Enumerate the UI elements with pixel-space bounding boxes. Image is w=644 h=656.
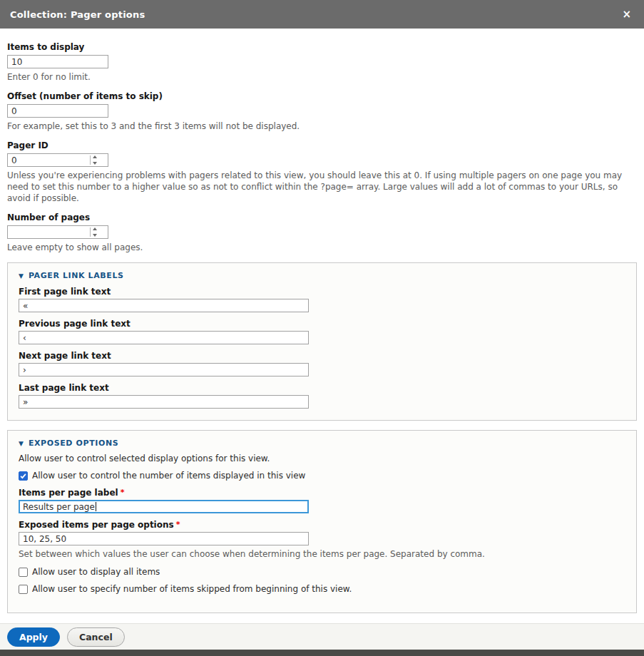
next-page-link-text-label: Next page link text <box>19 351 625 361</box>
form-item-number-of-pages: Number of pages Leave empty to show all … <box>7 212 637 253</box>
dialog-content: Items to display Enter 0 for no limit. O… <box>0 29 644 656</box>
form-item-items-to-display: Items to display Enter 0 for no limit. <box>7 42 637 83</box>
required-marker: * <box>176 520 180 529</box>
items-to-display-label: Items to display <box>7 42 637 52</box>
number-spinner-icon[interactable] <box>90 227 97 237</box>
form-item-pager-id: Pager ID Unless you're experiencing prob… <box>7 140 637 204</box>
input-value-text: Results per page <box>23 502 95 512</box>
form-item-offset: Offset (number of items to skip) For exa… <box>7 91 637 132</box>
apply-button[interactable]: Apply <box>7 627 60 647</box>
checkbox-row-control-items[interactable]: Allow user to control the number of item… <box>19 471 625 481</box>
items-per-page-label-label: Items per page label <box>19 488 118 498</box>
page-bottom-bar <box>0 650 644 656</box>
items-per-page-label-input[interactable]: Results per page <box>19 500 309 513</box>
exposed-items-per-page-options-label: Exposed items per page options <box>19 520 174 530</box>
fieldset-pager-link-labels-legend[interactable]: ▼ PAGER LINK LABELS <box>19 271 625 280</box>
items-to-display-input[interactable] <box>7 55 108 68</box>
exposed-options-intro: Allow user to control selected display o… <box>19 453 625 463</box>
previous-page-link-text-input[interactable] <box>19 331 309 344</box>
collapse-arrow-icon: ▼ <box>19 272 24 280</box>
checkbox-icon[interactable] <box>19 568 28 577</box>
checkbox-label: Allow user to display all items <box>32 567 160 577</box>
exposed-items-per-page-options-description: Set between which values the user can ch… <box>19 548 625 560</box>
cancel-button[interactable]: Cancel <box>67 627 125 647</box>
first-page-link-text-label: First page link text <box>19 287 625 297</box>
dialog-title: Collection: Pager options <box>10 9 619 20</box>
fieldset-pager-link-labels: ▼ PAGER LINK LABELS First page link text… <box>7 262 637 421</box>
fieldset-exposed-options-legend[interactable]: ▼ EXPOSED OPTIONS <box>19 439 625 448</box>
offset-description: For example, set this to 3 and the first… <box>7 121 637 132</box>
checkbox-icon[interactable] <box>19 471 28 481</box>
number-of-pages-label: Number of pages <box>7 212 637 222</box>
form-item-last-page-link-text: Last page link text <box>19 383 625 409</box>
collapse-arrow-icon: ▼ <box>19 440 24 447</box>
checkbox-row-skip-items[interactable]: Allow user to specify number of items sk… <box>19 584 625 594</box>
exposed-items-per-page-options-input[interactable] <box>19 532 309 545</box>
items-to-display-description: Enter 0 for no limit. <box>7 71 637 83</box>
form-item-first-page-link-text: First page link text <box>19 287 625 312</box>
form-item-exposed-items-per-page-options: Exposed items per page options* Set betw… <box>19 520 625 560</box>
pager-id-description: Unless you're experiencing problems with… <box>7 170 637 204</box>
checkbox-label: Allow user to specify number of items sk… <box>32 584 352 594</box>
fieldset-exposed-options: ▼ EXPOSED OPTIONS Allow user to control … <box>7 430 637 613</box>
previous-page-link-text-label: Previous page link text <box>19 319 625 329</box>
dialog-footer: Apply Cancel <box>0 623 644 650</box>
checkbox-label: Allow user to control the number of item… <box>32 471 305 481</box>
last-page-link-text-input[interactable] <box>19 395 309 409</box>
form-item-items-per-page-label: Items per page label* Results per page <box>19 488 625 513</box>
first-page-link-text-input[interactable] <box>19 299 309 312</box>
close-icon[interactable]: × <box>619 8 634 21</box>
number-spinner-icon[interactable] <box>90 155 97 165</box>
required-marker: * <box>121 488 125 497</box>
offset-input[interactable] <box>7 104 108 118</box>
pager-id-label: Pager ID <box>7 140 637 150</box>
form-item-previous-page-link-text: Previous page link text <box>19 319 625 344</box>
fieldset-legend-text: PAGER LINK LABELS <box>29 271 124 280</box>
text-caret <box>96 502 96 511</box>
number-of-pages-description: Leave empty to show all pages. <box>7 242 637 253</box>
dialog-header: Collection: Pager options × <box>0 0 644 29</box>
offset-label: Offset (number of items to skip) <box>7 91 637 101</box>
next-page-link-text-input[interactable] <box>19 363 309 376</box>
fieldset-legend-text: EXPOSED OPTIONS <box>29 439 118 448</box>
checkbox-row-display-all[interactable]: Allow user to display all items <box>19 567 625 577</box>
checkbox-icon[interactable] <box>19 585 28 594</box>
last-page-link-text-label: Last page link text <box>19 383 625 393</box>
form-item-next-page-link-text: Next page link text <box>19 351 625 376</box>
